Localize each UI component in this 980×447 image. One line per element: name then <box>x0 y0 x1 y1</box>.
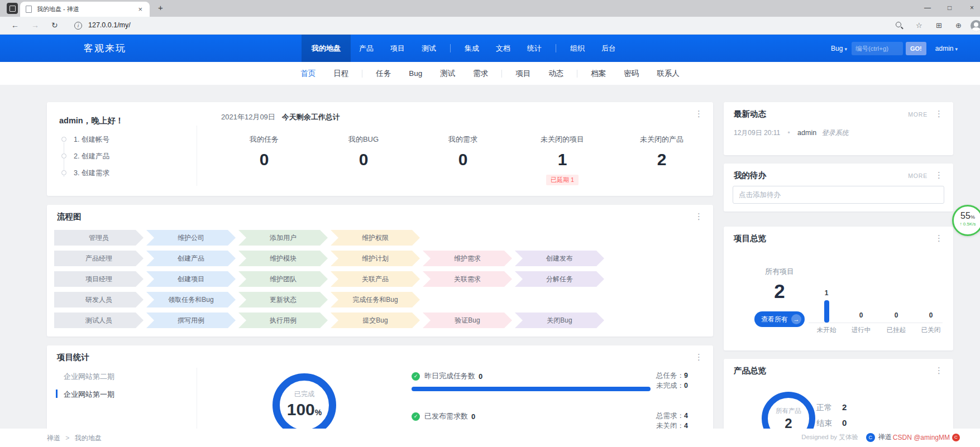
nav-item-test[interactable]: 测试 <box>413 35 444 62</box>
footer-brand[interactable]: 禅道 <box>878 432 892 442</box>
flow-step[interactable]: 维护团队 <box>238 271 328 287</box>
stat-value[interactable]: 0 <box>314 150 413 169</box>
stat-value[interactable]: 2 <box>612 150 711 169</box>
flow-step[interactable]: 更新状态 <box>238 292 328 307</box>
refresh-icon[interactable]: ↻ <box>51 21 58 30</box>
flow-step[interactable]: 维护公司 <box>146 230 236 246</box>
app-logo[interactable]: 客观来玩 <box>84 42 126 55</box>
flow-step[interactable]: 领取任务和Bug <box>146 292 236 307</box>
flow-step[interactable]: 验证Bug <box>423 313 512 328</box>
site-info-icon[interactable]: i <box>74 22 82 30</box>
collections-icon[interactable]: ⊞ <box>936 21 942 30</box>
flow-step[interactable]: 维护需求 <box>423 251 512 266</box>
activity-user-link[interactable]: admin <box>797 129 816 137</box>
delayed-badge[interactable]: 已延期 1 <box>546 175 579 185</box>
date-text: 2021年12月09日 <box>221 113 275 121</box>
completion-donut-chart: 已完成 100% <box>273 373 336 437</box>
flow-step[interactable]: 分解任务 <box>515 271 604 287</box>
flow-step[interactable]: 测试人员 <box>54 313 144 328</box>
card-menu-icon[interactable]: ⋮ <box>691 351 706 363</box>
flow-step[interactable]: 维护权限 <box>331 230 420 246</box>
subnav-item-dynamic[interactable]: 动态 <box>539 69 572 79</box>
window-minimize-button[interactable]: — <box>924 4 931 12</box>
flow-step[interactable]: 提交Bug <box>331 313 420 328</box>
flow-step[interactable]: 创建产品 <box>146 251 236 266</box>
subnav-item-home[interactable]: 首页 <box>291 69 324 79</box>
nav-item-doc[interactable]: 文档 <box>487 35 519 62</box>
browser-tab[interactable]: 我的地盘 - 禅道 × <box>20 2 150 17</box>
subnav-item-bug[interactable]: Bug <box>400 69 431 78</box>
step-item[interactable]: 3. 创建需求 <box>61 168 109 185</box>
breadcrumb-page[interactable]: 我的地盘 <box>75 434 102 442</box>
flow-step[interactable]: 完成任务和Bug <box>331 292 420 307</box>
subnav-item-calendar[interactable]: 日程 <box>324 69 357 79</box>
more-link[interactable]: MORE <box>908 172 928 179</box>
step-item[interactable]: 2. 创建产品 <box>61 151 109 168</box>
back-icon[interactable]: ← <box>11 21 19 30</box>
subnav-item-password[interactable]: 密码 <box>615 69 648 79</box>
flow-step[interactable]: 创建项目 <box>146 271 236 287</box>
flow-step[interactable]: 撰写用例 <box>146 313 236 328</box>
flow-step[interactable]: 项目经理 <box>54 271 144 287</box>
stat-value[interactable]: 0 <box>413 150 513 169</box>
card-menu-icon[interactable]: ⋮ <box>691 210 706 223</box>
breadcrumb-root[interactable]: 禅道 <box>47 434 60 442</box>
search-type-dropdown[interactable]: Bug▾ <box>826 45 852 52</box>
flow-step[interactable]: 维护模块 <box>238 251 328 266</box>
panel-menu-icon[interactable]: ⋮ <box>931 169 946 181</box>
nav-item-product[interactable]: 产品 <box>351 35 382 62</box>
all-projects-count[interactable]: 2 <box>746 280 813 302</box>
flow-step[interactable]: 添加用户 <box>238 230 328 246</box>
window-maximize-button[interactable]: □ <box>948 4 952 12</box>
product-stat-normal: 正常2 <box>816 402 847 413</box>
view-all-button[interactable]: 查看所有 → <box>754 311 805 327</box>
nav-item-project[interactable]: 项目 <box>382 35 413 62</box>
browser-app-icon[interactable] <box>7 3 18 14</box>
url-field[interactable]: 127.0.0.1/my/ <box>88 21 131 29</box>
check-icon: ✓ <box>412 412 420 421</box>
panel-menu-icon[interactable]: ⋮ <box>931 108 946 120</box>
project-list-item-active[interactable]: 企业网站第一期 <box>64 390 114 400</box>
nav-item-org[interactable]: 组织 <box>562 35 593 62</box>
flow-step[interactable]: 维护计划 <box>331 251 420 266</box>
subnav-item-profile[interactable]: 档案 <box>582 69 615 79</box>
nav-item-integration[interactable]: 集成 <box>456 35 487 62</box>
subnav-item-contacts[interactable]: 联系人 <box>648 69 689 79</box>
stat-value[interactable]: 0 <box>214 150 314 169</box>
subnav-item-story[interactable]: 需求 <box>464 69 497 79</box>
tab-close-icon[interactable]: × <box>136 5 144 13</box>
stat-value[interactable]: 1 <box>513 150 612 169</box>
project-list-item[interactable]: 企业网站第二期 <box>64 372 114 382</box>
nav-item-admin[interactable]: 后台 <box>593 35 624 62</box>
flow-step[interactable]: 产品经理 <box>54 251 144 266</box>
panel-menu-icon[interactable]: ⋮ <box>931 232 946 244</box>
profile-avatar[interactable] <box>971 20 980 31</box>
nav-item-my[interactable]: 我的地盘 <box>302 35 351 62</box>
flow-step[interactable]: 关联需求 <box>423 271 512 287</box>
quick-search-input[interactable] <box>852 42 903 55</box>
search-icon[interactable] <box>896 22 901 27</box>
subnav-item-test[interactable]: 测试 <box>431 69 464 79</box>
user-menu[interactable]: admin▾ <box>935 45 958 52</box>
panel-menu-icon[interactable]: ⋮ <box>931 364 946 377</box>
flow-step[interactable]: 研发人员 <box>54 292 144 307</box>
flow-step[interactable]: 管理员 <box>54 230 144 246</box>
add-todo-input[interactable] <box>733 186 944 204</box>
new-tab-button[interactable]: + <box>158 3 163 12</box>
window-close-button[interactable]: × <box>970 4 974 12</box>
download-progress-badge[interactable]: 55% ↑ 0.5K/s <box>952 205 980 236</box>
browser-settings-icon[interactable]: ⊕ <box>955 21 962 30</box>
favorites-icon[interactable]: ☆ <box>916 21 922 30</box>
step-item[interactable]: 1. 创建帐号 <box>61 134 109 151</box>
go-button[interactable]: GO! <box>906 42 926 55</box>
flow-step[interactable]: 关联产品 <box>331 271 420 287</box>
subnav-item-task[interactable]: 任务 <box>367 69 400 79</box>
flow-step[interactable]: 关闭Bug <box>515 313 604 328</box>
card-menu-icon[interactable]: ⋮ <box>691 108 706 120</box>
flow-step[interactable]: 创建发布 <box>515 251 604 266</box>
nav-item-report[interactable]: 统计 <box>519 35 550 62</box>
subnav-item-project[interactable]: 项目 <box>506 69 539 79</box>
task-progress-bar <box>412 387 651 391</box>
more-link[interactable]: MORE <box>908 111 928 118</box>
flow-step[interactable]: 执行用例 <box>238 313 328 328</box>
